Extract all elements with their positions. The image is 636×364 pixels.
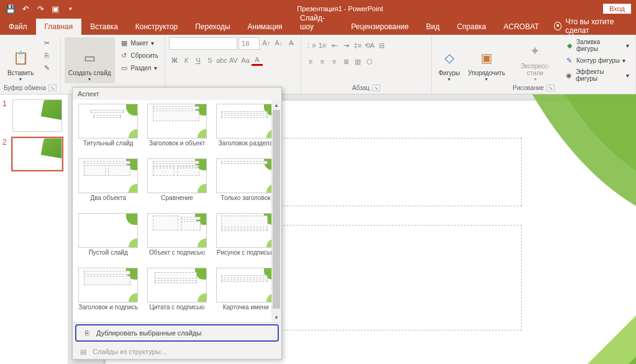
drawing-dialog-icon[interactable]: ↘ <box>547 84 555 91</box>
dec-indent-button[interactable]: ⇤ <box>329 40 340 51</box>
arrange-button[interactable]: ▣ Упорядочить▾ <box>465 37 507 83</box>
layout-option[interactable]: Заголовок и объект <box>144 102 211 156</box>
font-color-button[interactable]: A <box>252 55 263 66</box>
layout-option[interactable]: Цитата с подписью <box>144 266 211 320</box>
ribbon-group-clipboard: 📋 Вставить ▾ ✂ ⎘ ✎ Буфер обмена↘ <box>0 35 61 94</box>
slide-thumb-2[interactable] <box>12 138 62 170</box>
align-right-button[interactable]: ≡ <box>329 56 340 67</box>
save-icon[interactable]: 💾 <box>4 2 17 16</box>
undo-icon[interactable]: ↶ <box>19 2 32 16</box>
shrink-font-icon[interactable]: A↓ <box>273 37 284 48</box>
paragraph-dialog-icon[interactable]: ↘ <box>372 84 380 91</box>
tab-insert[interactable]: Вставка <box>81 19 127 35</box>
scroll-down-icon[interactable]: ▼ <box>271 312 281 322</box>
slide-thumbnails-panel: 1 2 <box>0 94 68 364</box>
align-center-button[interactable]: ≡ <box>317 56 328 67</box>
strike-button[interactable]: abc <box>216 55 227 66</box>
smartart-button[interactable]: ⬡ <box>364 56 375 67</box>
paste-button[interactable]: 📋 Вставить ▾ <box>4 37 37 83</box>
inc-indent-button[interactable]: ⇥ <box>340 40 352 51</box>
tab-animations[interactable]: Анимация <box>239 19 291 35</box>
align-left-button[interactable]: ≡ <box>305 56 316 67</box>
layout-option[interactable]: Заголовок раздела <box>212 102 279 156</box>
layout-icon: ▦ <box>120 39 129 47</box>
italic-button[interactable]: К <box>181 55 192 66</box>
slides-from-outline-command[interactable]: ▤ Слайды из структуры... <box>73 344 281 359</box>
layout-option[interactable]: Титульный слайд <box>75 102 142 156</box>
layout-option[interactable]: Пустой слайд <box>75 212 142 265</box>
font-size-combo[interactable] <box>238 37 260 50</box>
scrollbar-thumb[interactable] <box>273 110 280 309</box>
quick-styles-icon: ✦ <box>525 41 545 61</box>
effects-icon: ◉ <box>565 71 573 80</box>
new-slide-button[interactable]: ▭ Создать слайд ▾ <box>65 37 115 83</box>
slide-thumb-1[interactable] <box>12 99 62 132</box>
shapes-icon: ◇ <box>439 48 459 68</box>
shape-effects-button[interactable]: ◉Эффекты фигуры ▾ <box>563 67 632 83</box>
clipboard-dialog-icon[interactable]: ↘ <box>48 84 57 91</box>
scroll-up-icon[interactable]: ▲ <box>271 100 281 110</box>
clear-format-icon[interactable]: A̶ <box>286 37 297 48</box>
layout-option[interactable]: Сравнение <box>144 157 211 211</box>
layout-option[interactable]: Рисунок с подписью <box>212 212 279 265</box>
layout-option[interactable]: Заголовок и подпись <box>75 266 142 320</box>
align-text-button[interactable]: ⊟ <box>376 40 387 51</box>
thumb-row[interactable]: 2 <box>2 138 65 170</box>
new-slide-icon: ▭ <box>80 48 99 68</box>
layout-option[interactable]: Объект с подписью <box>144 212 211 265</box>
tab-acrobat[interactable]: ACROBAT <box>495 19 548 35</box>
layout-option[interactable]: Два объекта <box>75 157 142 211</box>
shadow-button[interactable]: S <box>204 55 216 66</box>
ribbon-group-paragraph: ⋮≡ 1≡ ⇤ ⇥ ‡≡ ⟲A ⊟ ≡ ≡ ≡ ≣ ▥ ⬡ Абзац↘ <box>301 35 432 94</box>
shape-outline-button[interactable]: ✎Контур фигуры ▾ <box>563 55 632 66</box>
font-family-combo[interactable] <box>169 37 237 50</box>
tell-me-search[interactable]: Что вы хотите сделат <box>548 17 636 35</box>
underline-button[interactable]: Ч <box>193 55 204 66</box>
duplicate-slides-command[interactable]: ⎘ Дублировать выбранные слайды <box>75 324 279 342</box>
spacing-button[interactable]: AV <box>228 55 239 66</box>
tab-help[interactable]: Справка <box>448 19 495 35</box>
tab-view[interactable]: Вид <box>417 19 448 35</box>
tell-me-label: Что вы хотите сделат <box>565 17 630 35</box>
brush-icon: ✎ <box>42 63 51 72</box>
cut-button[interactable]: ✂ <box>40 37 53 48</box>
gallery-scrollbar[interactable]: ▲ ▼ <box>271 100 281 322</box>
ribbon: 📋 Вставить ▾ ✂ ⎘ ✎ Буфер обмена↘ ▭ Созда… <box>0 35 636 94</box>
sign-in-button[interactable]: Вход <box>603 4 631 14</box>
justify-button[interactable]: ≣ <box>340 56 352 67</box>
reset-button[interactable]: ↺Сбросить <box>117 50 161 61</box>
gallery-footer: ⎘ Дублировать выбранные слайды ▤ Слайды … <box>73 322 281 359</box>
gallery-body: Титульный слайдЗаголовок и объектЗаголов… <box>73 100 281 322</box>
lightbulb-icon <box>554 22 561 30</box>
text-direction-button[interactable]: ⟲A <box>364 40 375 51</box>
scissors-icon: ✂ <box>42 39 51 47</box>
shape-fill-button[interactable]: ◆Заливка фигуры ▾ <box>563 37 632 53</box>
new-slide-gallery: Аспект Титульный слайдЗаголовок и объект… <box>72 87 282 360</box>
grow-font-icon[interactable]: A↑ <box>261 37 272 48</box>
quick-styles-button[interactable]: ✦ Экспресс-стили▾ <box>510 37 560 83</box>
thumb-row[interactable]: 1 <box>2 99 65 132</box>
shapes-button[interactable]: ◇ Фигуры▾ <box>435 37 463 83</box>
line-spacing-button[interactable]: ‡≡ <box>352 40 363 51</box>
section-button[interactable]: ▭Раздел ▾ <box>117 62 161 73</box>
tab-review[interactable]: Рецензирование <box>342 19 417 35</box>
layout-option[interactable]: Только заголовок <box>212 157 279 211</box>
fill-icon: ◆ <box>565 41 574 50</box>
copy-button[interactable]: ⎘ <box>40 50 53 61</box>
format-painter-button[interactable]: ✎ <box>40 62 53 73</box>
tab-transitions[interactable]: Переходы <box>186 19 238 35</box>
tab-home[interactable]: Главная <box>36 19 82 35</box>
layout-button[interactable]: ▦Макет ▾ <box>117 37 161 48</box>
tab-slideshow[interactable]: Слайд-шоу <box>291 10 342 35</box>
redo-icon[interactable]: ↷ <box>34 2 47 16</box>
bold-button[interactable]: Ж <box>169 55 180 66</box>
bullets-button[interactable]: ⋮≡ <box>305 40 316 51</box>
qat-customize-icon[interactable]: ▾ <box>63 2 77 16</box>
tab-design[interactable]: Конструктор <box>127 19 186 35</box>
columns-button[interactable]: ▥ <box>352 56 363 67</box>
numbering-button[interactable]: 1≡ <box>317 40 328 51</box>
tab-file[interactable]: Файл <box>0 19 36 35</box>
case-button[interactable]: Aa <box>240 55 251 66</box>
start-slideshow-icon[interactable]: ▣ <box>48 2 62 16</box>
layout-option[interactable]: Карточка имени <box>212 266 279 320</box>
